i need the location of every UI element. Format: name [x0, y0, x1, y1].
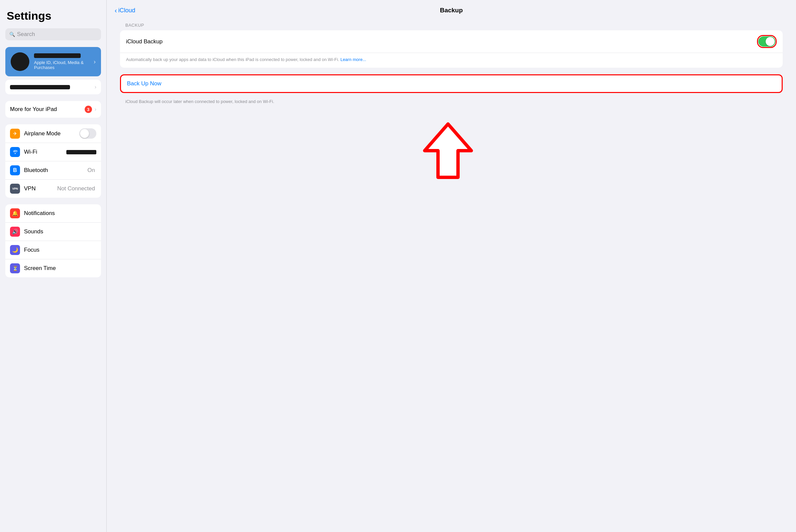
sidebar-item-sounds[interactable]: 🔊 Sounds	[5, 223, 101, 241]
focus-icon: 🌙	[10, 245, 20, 255]
sidebar-item-vpn[interactable]: VPN VPN Not Connected	[5, 180, 101, 198]
backup-later-note: iCloud Backup will occur later when conn…	[120, 96, 783, 108]
wifi-label: Wi-Fi	[24, 149, 62, 155]
sub-account-chevron-icon: ›	[95, 84, 96, 90]
more-right: 3 ›	[85, 106, 96, 113]
back-label: iCloud	[118, 7, 135, 14]
panel-title: Backup	[440, 7, 463, 14]
bluetooth-value: On	[87, 167, 95, 174]
sidebar-item-focus[interactable]: 🌙 Focus	[5, 241, 101, 259]
airplane-mode-toggle[interactable]	[79, 128, 96, 139]
svg-marker-0	[425, 124, 471, 177]
backup-description: Automatically back up your apps and data…	[120, 53, 783, 68]
connectivity-group: ✈ Airplane Mode Wi-Fi	[5, 124, 101, 198]
profile-card[interactable]: Apple ID, iCloud, Media & Purchases ›	[5, 47, 101, 76]
profile-subtitle: Apple ID, iCloud, Media & Purchases	[34, 60, 89, 70]
icloud-backup-group: iCloud Backup Automatically back up your…	[120, 30, 783, 68]
sidebar-item-bluetooth[interactable]: B Bluetooth On	[5, 162, 101, 180]
wifi-value-block	[67, 150, 96, 154]
backup-section-label: BACKUP	[120, 23, 783, 28]
backup-now-group: Back Up Now	[120, 74, 783, 93]
sub-account-row[interactable]: ›	[5, 80, 101, 94]
sub-account-bar	[10, 85, 70, 89]
avatar	[11, 52, 29, 71]
main-panel: ‹ iCloud Backup BACKUP iCloud Backup Aut…	[107, 0, 796, 532]
icloud-backup-toggle-wrapper	[757, 35, 777, 48]
airplane-mode-label: Airplane Mode	[24, 130, 75, 137]
icloud-backup-toggle-knob	[766, 37, 775, 46]
learn-more-link[interactable]: Learn more...	[340, 57, 366, 62]
sounds-label: Sounds	[24, 228, 96, 235]
panel-header: ‹ iCloud Backup	[107, 0, 796, 19]
search-bar[interactable]: 🔍 Search	[5, 28, 101, 40]
more-for-ipad-card[interactable]: More for Your iPad 3 ›	[5, 101, 101, 118]
icloud-backup-row[interactable]: iCloud Backup	[120, 30, 783, 53]
more-label: More for Your iPad	[10, 106, 57, 113]
general-group: 🔔 Notifications 🔊 Sounds 🌙 Focus ⏳ Scree…	[5, 204, 101, 277]
sidebar-item-wifi[interactable]: Wi-Fi	[5, 143, 101, 162]
screen-time-icon: ⏳	[10, 263, 20, 273]
icloud-backup-toggle[interactable]	[758, 36, 775, 47]
bluetooth-icon: B	[10, 165, 20, 175]
arrow-annotation	[120, 117, 783, 184]
back-button[interactable]: ‹ iCloud	[115, 7, 135, 14]
profile-chevron-icon: ›	[94, 58, 96, 65]
sidebar-item-airplane-mode[interactable]: ✈ Airplane Mode	[5, 124, 101, 143]
bluetooth-label: Bluetooth	[24, 167, 83, 174]
search-placeholder: Search	[17, 31, 35, 38]
sidebar-item-screen-time[interactable]: ⏳ Screen Time	[5, 259, 101, 277]
toggle-knob	[80, 129, 89, 138]
red-arrow-svg	[418, 117, 485, 184]
backup-now-button[interactable]: Back Up Now	[120, 74, 783, 93]
sidebar-item-notifications[interactable]: 🔔 Notifications	[5, 204, 101, 223]
focus-label: Focus	[24, 247, 96, 253]
vpn-label: VPN	[24, 185, 53, 192]
icloud-backup-label: iCloud Backup	[126, 38, 757, 45]
back-chevron-icon: ‹	[115, 7, 117, 14]
panel-content: BACKUP iCloud Backup Automatically back …	[107, 19, 796, 532]
profile-name-bar	[34, 53, 81, 58]
screen-time-label: Screen Time	[24, 265, 96, 272]
airplane-mode-icon: ✈	[10, 129, 20, 139]
notifications-label: Notifications	[24, 210, 96, 217]
sidebar-title: Settings	[5, 10, 101, 22]
notifications-icon: 🔔	[10, 208, 20, 218]
more-badge: 3	[85, 106, 92, 113]
wifi-icon	[10, 147, 20, 157]
profile-info: Apple ID, iCloud, Media & Purchases	[34, 53, 89, 70]
sounds-icon: 🔊	[10, 227, 20, 237]
vpn-icon: VPN	[10, 184, 20, 194]
sidebar: Settings 🔍 Search Apple ID, iCloud, Medi…	[0, 0, 107, 532]
more-chevron-icon: ›	[95, 106, 96, 112]
vpn-value: Not Connected	[57, 185, 95, 192]
search-icon: 🔍	[10, 32, 15, 37]
